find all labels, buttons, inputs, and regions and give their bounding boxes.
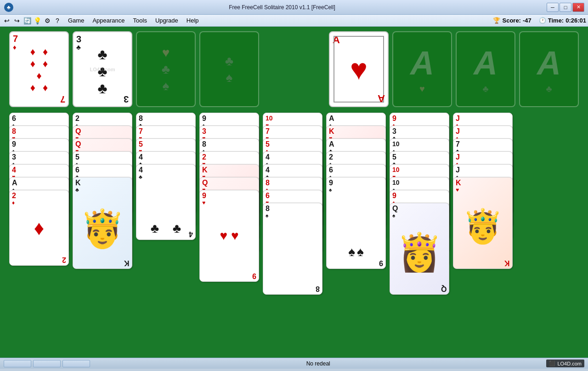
window-title: Free FreeCell Solitaire 2010 v1.1 [FreeC… bbox=[17, 4, 547, 11]
close-button[interactable]: ✕ bbox=[572, 3, 584, 12]
column-2: 2 ♠ Q ♥ 👑 Q ♥ 5 ♠ 6 ♣ bbox=[73, 113, 132, 297]
lo4d-text: LO4D.com bbox=[557, 361, 582, 366]
card-qs[interactable]: Q ♠ 👸 Q bbox=[390, 203, 449, 295]
status-seg-1 bbox=[4, 360, 31, 367]
lo4d-icon: ⬛ bbox=[549, 360, 555, 366]
foundation-4[interactable]: A ♣ bbox=[519, 31, 579, 107]
toolbar: ↩ ↪ 🔄 💡 ⚙ ? bbox=[2, 16, 62, 26]
toolbar-icon-2[interactable]: ↪ bbox=[12, 16, 22, 26]
foundation-2[interactable]: A ♥ bbox=[392, 31, 452, 107]
top-row: 7 ♦ ♦ ♦ ♦ ♦ ♦ ♦ ♦ 7 bbox=[5, 31, 583, 107]
score-icon: 🏆 bbox=[493, 17, 500, 24]
menu-tools[interactable]: Tools bbox=[130, 16, 151, 25]
column-6: A ♠ K ♥ A ♣ 2 ♠ 6 ♠ 9 ♠ bbox=[326, 113, 386, 297]
toolbar-icon-4[interactable]: 💡 bbox=[32, 16, 42, 26]
card-kc[interactable]: K ♣ 🤴 K bbox=[73, 177, 132, 269]
score-area: 🏆 Score: -47 🕐 Time: 0:26:01 bbox=[493, 17, 586, 24]
column-4: 9 ♠ 3 ♥ 8 ♠ 2 ♥ K ♥ Q ♥ bbox=[199, 113, 259, 297]
time-value: 0:26:01 bbox=[565, 17, 586, 24]
toolbar-icon-5[interactable]: ⚙ bbox=[42, 16, 52, 26]
column-1: 6 ♠ 8 ♥ 9 ♠ 3 ♠ 4 ♥ A ♠ bbox=[9, 113, 69, 297]
lo4d-badge: ⬛ LO4D.com bbox=[546, 360, 584, 367]
status-bar: No redeal ⬛ LO4D.com bbox=[0, 358, 588, 369]
time-label: Time: bbox=[548, 17, 564, 24]
score-value: -47 bbox=[523, 17, 531, 24]
freecell-4[interactable]: ♣ ♠ bbox=[199, 31, 259, 107]
column-7: 9 ♦ 3 ♣ 10 ♠ 5 ♣ 10 ♥ 10 ♠ bbox=[390, 113, 449, 356]
menu-bar: ↩ ↪ 🔄 💡 ⚙ ? Game Appearance Tools Upgrad… bbox=[0, 15, 588, 27]
svg-text:♣: ♣ bbox=[7, 4, 11, 11]
freecell-2[interactable]: 3 ♣ ♣ ♣ ♣ 3 LO4D.com bbox=[73, 31, 132, 107]
card-9s3[interactable]: 9 ♠ ♠ ♠ 9 bbox=[326, 177, 386, 269]
maximize-button[interactable]: □ bbox=[560, 3, 571, 12]
minimize-button[interactable]: ─ bbox=[547, 3, 559, 12]
menu-game[interactable]: Game bbox=[64, 16, 88, 25]
columns-row: 6 ♠ 8 ♥ 9 ♠ 3 ♠ 4 ♥ A ♠ bbox=[5, 113, 583, 356]
app-icon: ♣ bbox=[4, 2, 14, 12]
freecell-3[interactable]: ♥ ♣ ♠ bbox=[136, 31, 196, 107]
column-5: 10 ♥ 7 ♥ 5 ♦ 4 ♠ 4 ♣ 8 ♦ bbox=[263, 113, 322, 315]
card-2d[interactable]: 2 ♦ ♦ 2 bbox=[9, 190, 69, 266]
game-area: 7 ♦ ♦ ♦ ♦ ♦ ♦ ♦ ♦ 7 bbox=[0, 27, 588, 358]
toolbar-icon-6[interactable]: ? bbox=[52, 16, 62, 26]
status-seg-3 bbox=[62, 360, 90, 367]
card-9h[interactable]: 9 ♥ ♥ ♥ 9 bbox=[199, 190, 259, 282]
status-right: ⬛ LO4D.com bbox=[546, 360, 584, 367]
freecell-1[interactable]: 7 ♦ ♦ ♦ ♦ ♦ ♦ ♦ ♦ 7 bbox=[9, 31, 69, 107]
time-icon: 🕐 bbox=[539, 17, 546, 24]
card-4c2[interactable]: 4 ♣ ♣ ♣ 4 bbox=[136, 164, 196, 240]
score-label: Score: bbox=[502, 17, 520, 24]
foundation-3[interactable]: A ♣ bbox=[456, 31, 515, 107]
score-display: 🏆 Score: -47 bbox=[493, 17, 531, 24]
card-kh3[interactable]: K ♥ 🤴 K bbox=[453, 177, 513, 269]
time-display: 🕐 Time: 0:26:01 bbox=[539, 17, 586, 24]
menu-appearance[interactable]: Appearance bbox=[89, 16, 128, 25]
toolbar-icon-3[interactable]: 🔄 bbox=[22, 16, 32, 26]
title-bar: ♣ Free FreeCell Solitaire 2010 v1.1 [Fre… bbox=[0, 0, 588, 15]
status-segments bbox=[4, 360, 90, 367]
column-3: 8 ♣ 7 ♥ 5 ♥ 4 ♣ 4 ♣ ♣ ♣ 4 bbox=[136, 113, 196, 297]
toolbar-icon-1[interactable]: ↩ bbox=[2, 16, 12, 26]
window-controls[interactable]: ─ □ ✕ bbox=[547, 3, 584, 12]
foundation-1[interactable]: A ♥ A bbox=[329, 31, 389, 107]
column-8: J ♦ J ♦ 7 ♣ J ♦ J ♠ K ♥ 🤴 bbox=[453, 113, 513, 306]
menu-upgrade[interactable]: Upgrade bbox=[152, 16, 182, 25]
status-text: No redeal bbox=[90, 360, 546, 367]
card-8s2[interactable]: 8 ♠ 8 bbox=[263, 203, 322, 295]
status-seg-2 bbox=[33, 360, 61, 367]
menu-help[interactable]: Help bbox=[183, 16, 203, 25]
menu-items: Game Appearance Tools Upgrade Help bbox=[64, 16, 203, 25]
